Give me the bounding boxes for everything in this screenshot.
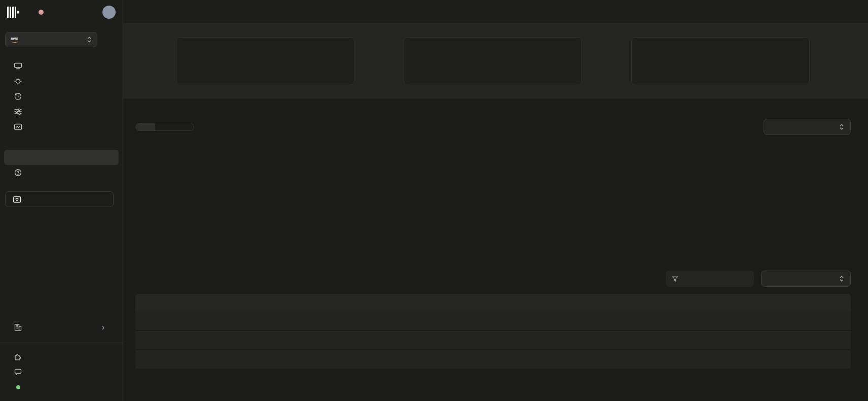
clickhouse-console: aws xyxy=(0,0,868,401)
organization-icon xyxy=(14,323,22,331)
time-period-control xyxy=(757,119,851,135)
status-ok-icon xyxy=(16,385,20,389)
table-header-row xyxy=(135,294,851,311)
user-avatar[interactable] xyxy=(102,6,116,19)
connect-button[interactable] xyxy=(5,191,114,207)
chart-plot xyxy=(135,144,851,252)
funnel-icon xyxy=(672,276,678,282)
chevron-updown-icon xyxy=(87,36,92,43)
sidebar-divider xyxy=(0,343,123,343)
aws-icon: aws xyxy=(11,37,18,43)
chart-controls xyxy=(135,119,851,135)
filter-queries-field[interactable] xyxy=(666,271,754,287)
service-row: aws xyxy=(5,32,118,47)
columns-select[interactable] xyxy=(761,271,851,287)
content xyxy=(123,98,868,401)
legend-item-insert[interactable] xyxy=(488,255,499,256)
chat-icon xyxy=(14,368,22,376)
monitoring-icon xyxy=(14,123,22,131)
table-row[interactable] xyxy=(135,330,851,350)
legend-item-other[interactable] xyxy=(512,255,523,256)
chevron-updown-icon xyxy=(839,123,844,130)
table-row[interactable] xyxy=(135,311,851,330)
legend-swatch-other xyxy=(512,255,520,256)
help-icon xyxy=(14,169,22,177)
recent-queries-header xyxy=(135,271,851,287)
time-period-select[interactable] xyxy=(764,119,851,135)
sidebar-item-backups[interactable] xyxy=(0,89,123,104)
sidebar-item-settings[interactable] xyxy=(0,104,123,119)
logo-row xyxy=(0,0,123,19)
organization-selector[interactable]: › xyxy=(0,319,123,336)
main-area xyxy=(123,0,868,401)
col-avg-read[interactable] xyxy=(648,294,711,311)
sidebar-item-service-health[interactable] xyxy=(0,135,123,150)
col-user[interactable] xyxy=(365,294,482,311)
chevron-right-icon: › xyxy=(102,323,104,332)
stats-row xyxy=(123,24,868,98)
chevron-updown-icon xyxy=(839,275,844,282)
tab-latency[interactable] xyxy=(155,123,174,130)
backups-icon xyxy=(14,92,22,101)
recent-queries-table xyxy=(135,294,851,370)
col-avg-mem[interactable] xyxy=(711,294,779,311)
chart-tabs xyxy=(135,123,194,131)
col-query[interactable] xyxy=(135,294,365,311)
integrations-icon xyxy=(14,353,22,361)
filter-queries-input[interactable] xyxy=(682,275,743,283)
legend-item-select[interactable] xyxy=(463,255,475,256)
legend-swatch-select xyxy=(463,255,471,256)
sidebar-nav xyxy=(0,58,123,180)
stat-card-query-volume xyxy=(176,37,354,85)
col-p50[interactable] xyxy=(532,294,580,311)
settings-icon xyxy=(14,108,22,116)
table-row[interactable] xyxy=(135,350,851,369)
sidebar-item-help[interactable] xyxy=(0,165,123,180)
col-runs[interactable] xyxy=(482,294,532,311)
sidebar-item-monitoring[interactable] xyxy=(0,119,123,135)
query-volume-chart xyxy=(135,144,851,256)
tab-errors[interactable] xyxy=(174,123,194,130)
sidebar-footer: › xyxy=(0,315,123,401)
console-icon xyxy=(14,62,22,70)
col-last-run[interactable] xyxy=(779,294,851,311)
stat-card-errors xyxy=(631,37,810,85)
sidebar-item-query-insights[interactable] xyxy=(4,150,119,165)
clickhouse-logo-icon xyxy=(7,7,21,18)
recent-queries-controls xyxy=(666,271,851,287)
integrations-link[interactable] xyxy=(0,349,123,364)
sidebar-item-data-sources[interactable] xyxy=(0,74,123,89)
topbar xyxy=(123,0,868,24)
legend-swatch-insert xyxy=(488,255,495,256)
system-status[interactable] xyxy=(0,380,123,395)
service-selector[interactable]: aws xyxy=(5,32,97,47)
data-sources-icon xyxy=(14,77,22,85)
add-service-button[interactable] xyxy=(104,33,118,46)
sidebar: aws xyxy=(0,0,123,401)
tab-query-volume[interactable] xyxy=(136,123,155,130)
connect-icon xyxy=(13,195,21,204)
sidebar-item-sql-console[interactable] xyxy=(0,58,123,74)
chat-support-link[interactable] xyxy=(0,364,123,380)
col-avg-written[interactable] xyxy=(580,294,648,311)
chart-legend xyxy=(135,255,851,256)
notification-dot xyxy=(39,10,44,15)
stat-card-p50-latency xyxy=(404,37,582,85)
